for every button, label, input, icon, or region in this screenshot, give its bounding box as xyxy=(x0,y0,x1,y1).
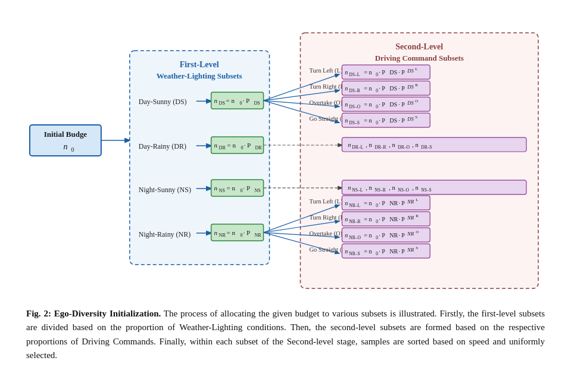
svg-text:n: n xyxy=(345,85,348,92)
svg-text:Night-Sunny (NS): Night-Sunny (NS) xyxy=(139,186,191,194)
svg-text:R: R xyxy=(416,214,419,218)
svg-text:DS: DS xyxy=(407,116,414,122)
svg-text:NR: NR xyxy=(389,216,398,222)
svg-text:n: n xyxy=(214,229,218,236)
figure-caption: Fig. 2: Ego-Diversity Initialization. Th… xyxy=(24,307,547,362)
svg-text:DS: DS xyxy=(389,85,397,92)
svg-text:Turn Left (L): Turn Left (L) xyxy=(309,198,343,205)
svg-text:Turn Left (L): Turn Left (L) xyxy=(309,67,343,74)
svg-text:NR–O: NR–O xyxy=(349,235,361,240)
svg-text:NS–O: NS–O xyxy=(398,187,409,193)
svg-text:DS: DS xyxy=(407,68,414,74)
svg-text:· P: · P xyxy=(379,101,385,108)
svg-text:· P: · P xyxy=(379,85,385,92)
svg-text:NS: NS xyxy=(219,188,225,193)
svg-text:0: 0 xyxy=(376,120,378,126)
svg-text:NR: NR xyxy=(407,231,414,237)
svg-text:n: n xyxy=(214,142,218,149)
svg-text:L: L xyxy=(415,67,417,71)
svg-text:· P: · P xyxy=(379,232,385,239)
svg-text:DR–R: DR–R xyxy=(375,145,386,150)
svg-text:= n: = n xyxy=(364,200,372,206)
svg-text:0: 0 xyxy=(376,235,378,240)
svg-text:Driving Command Subsets: Driving Command Subsets xyxy=(375,54,464,62)
svg-text:DS–L: DS–L xyxy=(349,72,360,77)
svg-text:DS–R: DS–R xyxy=(349,88,360,93)
svg-text:Overtake (O): Overtake (O) xyxy=(309,99,342,106)
svg-text:· P: · P xyxy=(379,117,385,124)
svg-text:· P: · P xyxy=(379,248,385,255)
svg-text:n: n xyxy=(345,232,348,239)
svg-text:NS: NS xyxy=(255,188,261,193)
svg-text:Weather-Lighting Subsets: Weather-Lighting Subsets xyxy=(157,71,242,80)
svg-text:Second-Level: Second-Level xyxy=(395,42,443,51)
diagram-area: Initial Budge n 0 First-Level Weather-Li… xyxy=(24,12,547,297)
svg-text:= n: = n xyxy=(364,85,372,92)
svg-text:O: O xyxy=(415,99,418,104)
svg-text:n: n xyxy=(345,216,348,222)
svg-text:· P: · P xyxy=(244,142,251,149)
svg-text:· P: · P xyxy=(379,200,385,206)
svg-text:NR: NR xyxy=(389,200,398,206)
svg-text:0: 0 xyxy=(71,146,74,153)
svg-text:S: S xyxy=(416,246,418,250)
svg-text:R: R xyxy=(415,83,418,87)
svg-text:DS: DS xyxy=(254,101,260,106)
svg-text:Night-Rainy (NR): Night-Rainy (NR) xyxy=(139,230,191,239)
svg-text:· P: · P xyxy=(398,69,405,76)
svg-text:n: n xyxy=(345,117,348,124)
svg-text:n: n xyxy=(345,69,348,76)
svg-text:n: n xyxy=(345,200,348,206)
svg-text:NR–S: NR–S xyxy=(349,251,360,256)
svg-text:= n: = n xyxy=(226,97,235,104)
svg-text:= n: = n xyxy=(227,142,236,149)
svg-text:· P: · P xyxy=(243,97,250,104)
svg-text:0: 0 xyxy=(376,251,378,256)
svg-text:0: 0 xyxy=(376,104,378,109)
svg-text:0: 0 xyxy=(376,72,378,77)
svg-text:NR: NR xyxy=(389,248,398,255)
svg-text:DS–O: DS–O xyxy=(349,104,360,109)
svg-text:n: n xyxy=(348,142,351,148)
svg-text:· P: · P xyxy=(379,69,385,76)
svg-text:NR: NR xyxy=(389,232,398,239)
svg-text:NR–L: NR–L xyxy=(349,203,360,208)
svg-text:DS: DS xyxy=(389,101,397,108)
figure-container: Initial Budge n 0 First-Level Weather-Li… xyxy=(24,12,547,362)
svg-text:DS–S: DS–S xyxy=(349,120,359,126)
caption-label: Fig. 2: Ego-Diversity Initialization. xyxy=(26,309,161,318)
svg-text:DR–L: DR–L xyxy=(352,145,363,150)
svg-text:DR–S: DR–S xyxy=(421,145,432,150)
svg-text:DR: DR xyxy=(219,145,226,150)
svg-text:Day-Rainy (DR): Day-Rainy (DR) xyxy=(139,142,186,150)
svg-text:L: L xyxy=(416,197,418,202)
svg-text:DS: DS xyxy=(407,84,414,90)
svg-text:= n: = n xyxy=(364,248,372,255)
svg-text:, n: , n xyxy=(389,142,395,148)
svg-text:· P: · P xyxy=(398,200,405,206)
svg-text:NR: NR xyxy=(407,199,414,205)
svg-text:DR–O: DR–O xyxy=(398,145,410,150)
svg-text:n: n xyxy=(348,184,351,191)
svg-text:· P: · P xyxy=(398,101,405,108)
svg-text:DS: DS xyxy=(407,100,414,106)
svg-text:n: n xyxy=(345,248,348,255)
svg-text:· P: · P xyxy=(398,117,405,124)
svg-text:n: n xyxy=(214,184,218,192)
svg-text:· P: · P xyxy=(398,216,405,222)
svg-text:DR: DR xyxy=(255,145,263,150)
svg-text:DS: DS xyxy=(389,117,397,124)
svg-text:0: 0 xyxy=(241,145,244,150)
svg-text:DS: DS xyxy=(389,69,397,76)
svg-text:· P: · P xyxy=(244,229,251,236)
svg-text:Overtake (O): Overtake (O) xyxy=(309,230,342,237)
svg-text:0: 0 xyxy=(241,188,243,193)
svg-text:= n: = n xyxy=(227,184,236,192)
svg-text:, n: , n xyxy=(412,184,419,191)
svg-text:, n: , n xyxy=(412,142,419,148)
svg-text:, n: , n xyxy=(389,184,395,191)
svg-text:NR: NR xyxy=(407,247,414,253)
svg-text:NR–R: NR–R xyxy=(349,219,360,224)
svg-text:= n: = n xyxy=(364,117,372,124)
svg-text:0: 0 xyxy=(241,233,243,238)
